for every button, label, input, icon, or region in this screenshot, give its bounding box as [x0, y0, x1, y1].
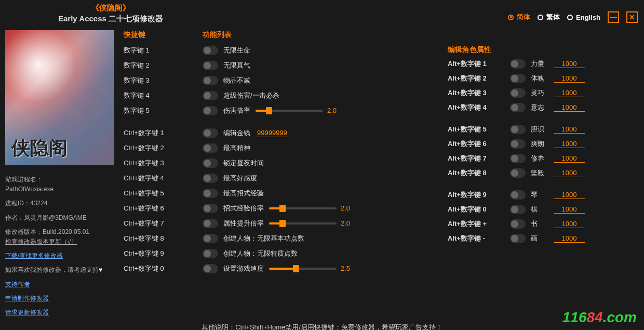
toggle-switch[interactable]: [203, 189, 218, 198]
hotkey-label: Ctrl+数字键 1: [124, 128, 164, 138]
attr-hotkey: Alt+数字键 0: [448, 205, 505, 214]
app-title: 《侠隐阁》: [58, 3, 163, 13]
toggle-switch[interactable]: [203, 174, 218, 183]
hotkey-label: Ctrl+数字键 4: [124, 174, 164, 183]
toggle-switch[interactable]: [203, 91, 218, 100]
toggle-switch[interactable]: [203, 128, 218, 138]
support-author-link[interactable]: 支持作者: [5, 281, 30, 288]
slider-value: 2.0: [341, 204, 354, 212]
attr-value[interactable]: 1000: [554, 220, 585, 228]
attr-name: 棋: [531, 205, 548, 214]
function-label: 超级伤害/一击必杀: [223, 91, 279, 100]
process-id: 进程ID：43224: [5, 199, 114, 208]
lang-label: 简体: [517, 12, 530, 22]
toggle-switch[interactable]: [510, 234, 526, 243]
toggle-switch[interactable]: [203, 234, 218, 243]
attr-value[interactable]: 1000: [554, 234, 585, 243]
toggle-switch[interactable]: [203, 204, 218, 213]
attr-hotkey: Alt+数字键 7: [448, 154, 505, 163]
attr-name: 灵巧: [531, 88, 548, 98]
attr-name: 爽朗: [531, 139, 548, 149]
toggle-switch[interactable]: [510, 59, 526, 69]
lang-english[interactable]: English: [567, 14, 600, 21]
attr-name: 意志: [531, 103, 548, 112]
toggle-switch[interactable]: [203, 46, 218, 55]
function-label: 创建人物：无限特质点数: [223, 249, 298, 258]
request-update-link[interactable]: 请求更新修改器: [5, 309, 49, 316]
attr-name: 画: [531, 234, 548, 243]
game-cover: 侠隐阁: [5, 30, 114, 165]
hotkey-label: Ctrl+数字键 7: [124, 219, 164, 228]
more-trainers-link[interactable]: 下载/查找更多修改器: [5, 252, 63, 259]
heart-icon: ♥: [99, 266, 102, 273]
toggle-switch[interactable]: [203, 219, 218, 228]
attr-value[interactable]: 1000: [554, 125, 585, 134]
attr-value[interactable]: 1000: [554, 103, 585, 112]
toggle-switch[interactable]: [203, 264, 218, 273]
attr-value[interactable]: 1000: [554, 60, 585, 68]
hotkey-label: Ctrl+数字键 8: [124, 234, 164, 243]
toggle-switch[interactable]: [510, 190, 526, 200]
toggle-switch[interactable]: [510, 74, 526, 83]
bottom-note: 其他说明：Ctrl+Shift+Home禁用/启用快捷键；免费修改器，希望玩家广…: [0, 323, 644, 330]
slider-value: 2.5: [341, 265, 354, 272]
lang-label: 繁体: [546, 12, 560, 22]
attr-header: 编辑角色属性: [448, 45, 635, 55]
toggle-switch[interactable]: [510, 125, 526, 134]
function-label: 最高精神: [223, 143, 250, 153]
toggle-switch[interactable]: [510, 139, 526, 149]
toggle-switch[interactable]: [510, 88, 526, 98]
attr-value[interactable]: 1000: [554, 191, 585, 199]
toggle-switch[interactable]: [510, 154, 526, 163]
attr-name: 体魄: [531, 74, 548, 83]
toggle-switch[interactable]: [203, 249, 218, 258]
toggle-switch[interactable]: [203, 159, 218, 168]
function-label: 招式经验倍率: [223, 204, 264, 213]
slider[interactable]: [269, 222, 337, 225]
function-label: 创建人物：无限基本功点数: [223, 234, 304, 243]
attr-value[interactable]: 1000: [554, 169, 585, 177]
function-label: 无限生命: [223, 46, 250, 55]
radio-icon: [538, 15, 543, 20]
attr-value[interactable]: 1000: [554, 89, 585, 97]
check-update-link[interactable]: 检查修改器版本更新（√）: [5, 238, 77, 245]
attr-value[interactable]: 1000: [554, 154, 585, 163]
slider[interactable]: [269, 207, 337, 209]
hotkey-label: 数字键 4: [124, 91, 150, 100]
process-name: 游戏进程名：PathOfWuxia.exe: [5, 175, 114, 194]
attr-value[interactable]: 1000: [554, 205, 585, 214]
attr-hotkey: Alt+数字键 -: [448, 234, 505, 243]
toggle-switch[interactable]: [510, 103, 526, 112]
function-label: 无限真气: [223, 61, 250, 70]
toggle-switch[interactable]: [203, 106, 218, 115]
function-label: 设置游戏速度: [223, 264, 264, 273]
request-make-link[interactable]: 申请制作修改器: [5, 295, 49, 302]
hotkey-label: Ctrl+数字键 2: [124, 143, 164, 153]
toggle-switch[interactable]: [510, 168, 526, 178]
lang-label: English: [576, 14, 600, 21]
minimize-button[interactable]: —: [608, 11, 619, 23]
lang-simplified[interactable]: 简体: [508, 12, 530, 22]
function-label: 锁定昼夜时间: [223, 159, 264, 168]
hotkey-label: 数字键 1: [124, 46, 150, 55]
attr-name: 坚毅: [531, 168, 548, 178]
attr-value[interactable]: 1000: [554, 140, 585, 148]
function-label: 伤害倍率: [223, 106, 250, 115]
attr-value[interactable]: 1000: [554, 74, 585, 83]
lang-traditional[interactable]: 繁体: [538, 12, 560, 22]
function-label: 物品不减: [223, 76, 250, 85]
edit-value[interactable]: 99999999: [256, 129, 289, 137]
toggle-switch[interactable]: [510, 219, 526, 229]
toggle-switch[interactable]: [203, 61, 218, 70]
toggle-switch[interactable]: [203, 76, 218, 85]
hotkey-label: 数字键 5: [124, 106, 150, 115]
toggle-switch[interactable]: [203, 143, 218, 153]
close-button[interactable]: ✕: [626, 11, 638, 23]
slider-value: 2.0: [327, 107, 341, 114]
function-label: 最高好感度: [223, 174, 257, 183]
slider[interactable]: [256, 110, 323, 112]
hotkey-label: 数字键 3: [124, 76, 150, 85]
slider[interactable]: [269, 268, 337, 270]
hotkey-label: Ctrl+数字键 3: [124, 159, 164, 168]
toggle-switch[interactable]: [510, 205, 526, 214]
